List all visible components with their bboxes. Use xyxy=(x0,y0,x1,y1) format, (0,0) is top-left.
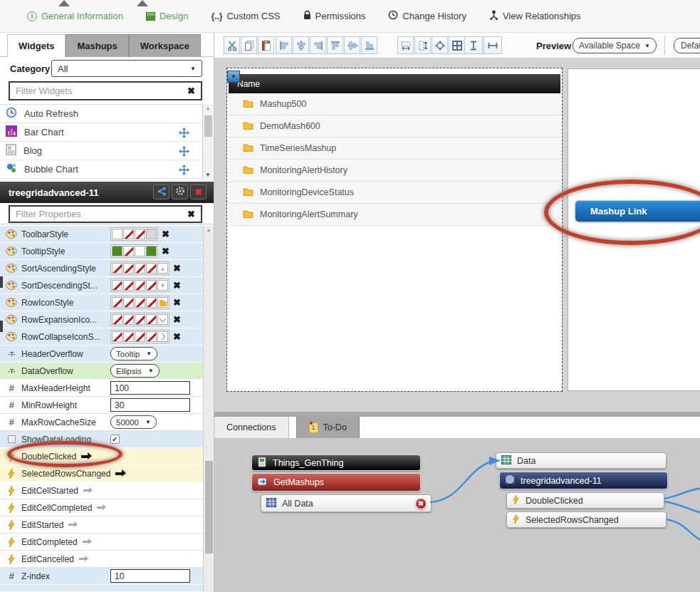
delete-widget-button[interactable] xyxy=(190,185,207,199)
minrowheight-input[interactable] xyxy=(110,398,190,412)
drag-handle-icon[interactable] xyxy=(179,128,189,140)
clear-style-button[interactable] xyxy=(173,263,181,274)
remove-connection-icon[interactable] xyxy=(415,498,427,509)
clear-style-button[interactable] xyxy=(173,280,181,291)
event-node-selectedrowschanged[interactable]: SelectedRowsChanged xyxy=(506,511,667,528)
align-middle-icon[interactable] xyxy=(344,36,360,54)
style-swatch-chev-down[interactable] xyxy=(157,314,168,325)
clear-filter-icon[interactable] xyxy=(187,85,195,96)
property-row-editcancelled[interactable]: EditCancelled xyxy=(0,551,214,568)
preview-label[interactable]: Preview xyxy=(536,41,571,51)
widget-list-scrollbar[interactable] xyxy=(202,104,213,180)
style-swatch-slash[interactable] xyxy=(123,263,134,274)
panel-collapse-handle[interactable] xyxy=(0,321,3,332)
filter-properties-input[interactable] xyxy=(9,205,202,223)
style-swatch-plain[interactable] xyxy=(135,246,145,256)
menu-custom-css[interactable]: Custom CSS xyxy=(211,11,280,21)
property-row-dataoverflow[interactable]: DataOverflow Ellipsis xyxy=(0,363,214,380)
align-left-icon[interactable] xyxy=(276,36,292,54)
style-swatch-slash[interactable] xyxy=(135,263,145,274)
style-swatches[interactable] xyxy=(110,279,169,292)
style-swatch-plain[interactable] xyxy=(112,229,122,239)
align-top-icon[interactable] xyxy=(327,36,343,54)
bind-button[interactable] xyxy=(153,185,169,199)
style-swatches[interactable] xyxy=(110,244,158,258)
style-swatch-slash[interactable] xyxy=(112,314,122,325)
widget-item-bubble-chart[interactable]: Bubble Chart xyxy=(0,160,214,179)
clear-filter-icon[interactable] xyxy=(187,209,195,219)
style-swatches[interactable] xyxy=(110,227,158,241)
paste-icon[interactable] xyxy=(258,36,274,54)
zindex-input[interactable] xyxy=(110,569,190,583)
style-swatch-tri-up[interactable] xyxy=(157,263,168,274)
properties-scrollbar[interactable] xyxy=(203,226,214,592)
property-row-minrowheight[interactable]: MinRowHeight xyxy=(0,397,214,414)
property-row-selectedrowschanged[interactable]: SelectedRowsChanged xyxy=(0,465,214,482)
widget-item-auto-refresh[interactable]: Auto Refresh xyxy=(0,105,214,123)
match-height-icon[interactable] xyxy=(464,36,483,54)
match-width-icon[interactable] xyxy=(484,36,502,54)
style-swatch-slash[interactable] xyxy=(135,331,145,342)
snap-grid-icon[interactable] xyxy=(449,36,465,54)
widget-item-blog[interactable]: Blog xyxy=(0,142,214,160)
style-swatch-gray[interactable] xyxy=(146,229,157,239)
menu-general-information[interactable]: General Information xyxy=(27,11,123,21)
scroll-up-icon[interactable] xyxy=(203,105,213,110)
service-node[interactable]: GetMashups xyxy=(251,473,421,492)
style-swatch-green[interactable] xyxy=(146,246,157,256)
property-row-tooltipstyle[interactable]: TooltipStyle xyxy=(0,243,214,260)
cut-icon[interactable] xyxy=(224,36,240,54)
scrollbar-thumb[interactable] xyxy=(204,115,212,137)
clear-style-button[interactable] xyxy=(173,297,181,308)
property-row-toolbarstyle[interactable]: ToolbarStyle xyxy=(0,226,214,243)
panel-splitter[interactable] xyxy=(214,412,700,417)
scrollbar-thumb[interactable] xyxy=(205,461,213,554)
property-row-editstarted[interactable]: EditStarted xyxy=(0,516,214,534)
align-bottom-icon[interactable] xyxy=(361,36,377,54)
style-swatch-tri-down[interactable] xyxy=(157,280,168,291)
style-swatch-slash[interactable] xyxy=(123,246,134,256)
headeroverflow-select[interactable]: Tooltip xyxy=(110,347,157,360)
property-row-editcompleted[interactable]: EditCompleted xyxy=(0,534,214,551)
style-swatch-slash[interactable] xyxy=(112,263,122,274)
tab-connections[interactable]: Connections xyxy=(214,417,289,438)
master-layout-select[interactable]: Available Space xyxy=(573,38,657,53)
property-row-maxheaderheight[interactable]: MaxHeaderHeight xyxy=(0,380,214,397)
tab-mashups[interactable]: Mashups xyxy=(66,34,128,57)
event-node-doubleclicked[interactable]: DoubleClicked xyxy=(506,492,664,509)
default-style-button[interactable]: Default xyxy=(674,38,700,53)
style-swatch-slash[interactable] xyxy=(146,263,157,274)
style-swatch-slash[interactable] xyxy=(135,314,145,325)
clear-style-button[interactable] xyxy=(173,331,181,342)
property-row-rowexpansionicon[interactable]: RowExpansionIco... xyxy=(0,311,214,328)
widget-property-node[interactable]: Data xyxy=(496,452,667,469)
property-row-editcellstarted[interactable]: EditCellStarted xyxy=(0,482,214,499)
style-swatch-slash[interactable] xyxy=(135,280,145,291)
menu-permissions[interactable]: Permissions xyxy=(303,10,366,22)
style-swatch-slash[interactable] xyxy=(123,297,134,308)
style-swatch-slash[interactable] xyxy=(123,280,134,291)
widget-node[interactable]: treegridadvanced-11 xyxy=(499,472,668,489)
size-height-icon[interactable] xyxy=(414,36,431,54)
property-row-sortdescendingstyle[interactable]: SortDescendingSt... xyxy=(0,277,214,294)
tab-workspace[interactable]: Workspace xyxy=(129,34,201,57)
maxheaderheight-input[interactable] xyxy=(110,381,190,395)
style-swatch-slash[interactable] xyxy=(112,331,122,342)
clear-style-button[interactable] xyxy=(162,229,169,239)
style-swatch-slash[interactable] xyxy=(112,297,122,308)
property-row-maxrowcachesize[interactable]: MaxRowCacheSize 50000 xyxy=(0,414,214,431)
category-select[interactable]: All xyxy=(51,60,202,77)
service-result-node[interactable]: All Data xyxy=(261,494,432,512)
property-row-rowiconstyle[interactable]: RowIconStyle xyxy=(0,294,214,311)
size-to-container-icon[interactable] xyxy=(432,36,448,54)
dataoverflow-select[interactable]: Ellipsis xyxy=(110,364,160,378)
style-swatches[interactable] xyxy=(110,330,169,343)
maxrowcachesize-select[interactable]: 50000 xyxy=(110,415,157,429)
widget-item-bar-chart[interactable]: Bar Chart xyxy=(0,123,214,142)
scroll-down-icon[interactable] xyxy=(203,172,213,178)
align-right-icon[interactable] xyxy=(310,36,326,54)
filter-widgets-input[interactable] xyxy=(9,81,202,100)
drag-handle-icon[interactable] xyxy=(179,165,189,177)
style-swatch-slash[interactable] xyxy=(146,297,157,308)
style-swatches[interactable] xyxy=(110,296,169,309)
